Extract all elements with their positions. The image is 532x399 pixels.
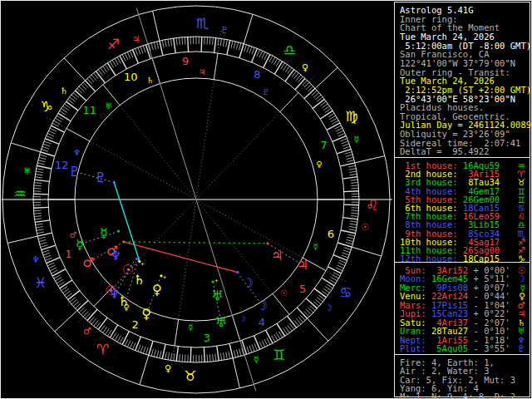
degree-tick xyxy=(338,263,345,266)
degree-tick xyxy=(138,47,140,54)
planet-glyph-inner-merc: ☿ xyxy=(100,225,108,241)
degree-tick xyxy=(247,347,249,354)
degree-tick xyxy=(249,47,252,53)
degree-tick xyxy=(262,52,265,58)
planet-row-sign-icon: ♇ xyxy=(518,344,525,353)
degree-tick xyxy=(236,350,238,357)
degree-tick xyxy=(162,40,164,47)
degree-tick xyxy=(44,141,51,144)
degree-tick xyxy=(239,349,241,357)
degree-tick xyxy=(55,278,62,282)
degree-tick xyxy=(34,216,42,217)
house-cusp-line xyxy=(175,319,179,346)
degree-tick xyxy=(33,194,48,195)
sign-glyph-virgo: ♍ xyxy=(346,108,358,125)
degree-tick xyxy=(174,38,176,53)
house-number-9: 9 xyxy=(182,55,189,67)
degree-tick xyxy=(328,267,342,273)
degree-tick xyxy=(274,334,278,341)
degree-tick xyxy=(342,141,348,144)
degree-tick xyxy=(344,248,352,250)
degree-tick xyxy=(176,347,178,362)
panel-divider xyxy=(395,157,530,158)
house-cusp-extension xyxy=(47,117,196,200)
degree-tick xyxy=(130,51,133,57)
degree-tick xyxy=(105,328,109,334)
degree-tick xyxy=(38,237,46,239)
sign-ruler-glyph: ☉ xyxy=(361,222,369,233)
degree-tick xyxy=(40,155,47,156)
degree-tick xyxy=(325,287,331,291)
degree-tick xyxy=(347,160,354,162)
degree-tick xyxy=(34,219,42,219)
degree-tick xyxy=(231,41,233,48)
house-number-8: 8 xyxy=(254,68,260,81)
degree-tick xyxy=(39,239,47,241)
house-ruler-glyph: ♀ xyxy=(316,160,322,169)
degree-tick xyxy=(342,177,357,180)
degree-tick xyxy=(207,37,208,44)
sign-ruler-glyph: ♅ xyxy=(23,166,32,177)
house-ruler-glyph: ☉ xyxy=(280,288,288,298)
degree-tick xyxy=(209,37,210,45)
degree-tick xyxy=(229,343,233,358)
degree-tick xyxy=(157,42,159,49)
degree-tick xyxy=(176,37,177,45)
planet-glyph-inner-plut: ♇ xyxy=(95,170,106,185)
degree-tick xyxy=(36,171,43,173)
degree-tick xyxy=(351,185,358,186)
degree-tick xyxy=(226,352,228,360)
house-number-3: 3 xyxy=(204,332,210,344)
degree-tick xyxy=(33,188,41,189)
degree-tick xyxy=(33,210,41,211)
house-row-sign-icon: ♑ xyxy=(518,254,525,264)
degree-tick xyxy=(45,139,59,145)
house-number-11: 11 xyxy=(83,104,97,116)
degree-tick xyxy=(252,47,254,54)
sign-ruler-glyph: ♇ xyxy=(220,25,229,36)
degree-tick xyxy=(285,327,289,332)
degree-tick xyxy=(157,350,159,357)
house-cusp-line xyxy=(214,53,218,80)
sign-glyph-taurus: ♉ xyxy=(184,367,196,384)
degree-tick xyxy=(34,185,42,186)
degree-tick xyxy=(344,204,359,205)
degree-tick xyxy=(151,349,153,357)
degree-tick xyxy=(329,116,336,120)
degree-tick xyxy=(347,237,354,239)
degree-tick xyxy=(347,234,355,236)
degree-tick xyxy=(34,180,49,181)
degree-tick xyxy=(214,37,216,52)
degree-tick xyxy=(143,347,145,354)
degree-tick xyxy=(347,239,354,241)
sign-boundary-line xyxy=(315,67,337,88)
degree-tick xyxy=(122,54,126,61)
aspect-line-trine xyxy=(124,242,268,244)
degree-tick xyxy=(138,345,140,352)
degree-tick xyxy=(201,37,202,52)
degree-tick xyxy=(165,40,167,47)
degree-tick xyxy=(168,352,170,360)
degree-tick xyxy=(252,48,258,62)
tally-line: M: 1, N: 9, A: 8, D: 2 xyxy=(400,392,515,399)
house-number-10: 10 xyxy=(124,71,138,83)
sign-boundary-line xyxy=(308,318,328,341)
degree-tick xyxy=(165,352,167,360)
degree-tick xyxy=(337,149,351,154)
degree-tick xyxy=(117,336,121,342)
planet-glyph-outer-merc: ☿ xyxy=(76,237,84,253)
degree-tick xyxy=(351,182,358,183)
degree-tick xyxy=(259,51,263,57)
degree-tick xyxy=(120,337,123,343)
degree-tick xyxy=(254,336,260,350)
degree-tick xyxy=(39,157,47,159)
degree-tick xyxy=(37,169,44,170)
degree-tick xyxy=(349,171,357,173)
sign-boundary-line xyxy=(244,14,253,43)
degree-tick xyxy=(55,118,62,121)
degree-tick xyxy=(351,213,358,214)
chart-info-line: DeltaT = 95.4922 xyxy=(400,147,489,156)
degree-tick xyxy=(227,40,230,55)
planet-glyph-inner-moon: ☽ xyxy=(242,275,254,291)
degree-tick xyxy=(42,149,49,151)
